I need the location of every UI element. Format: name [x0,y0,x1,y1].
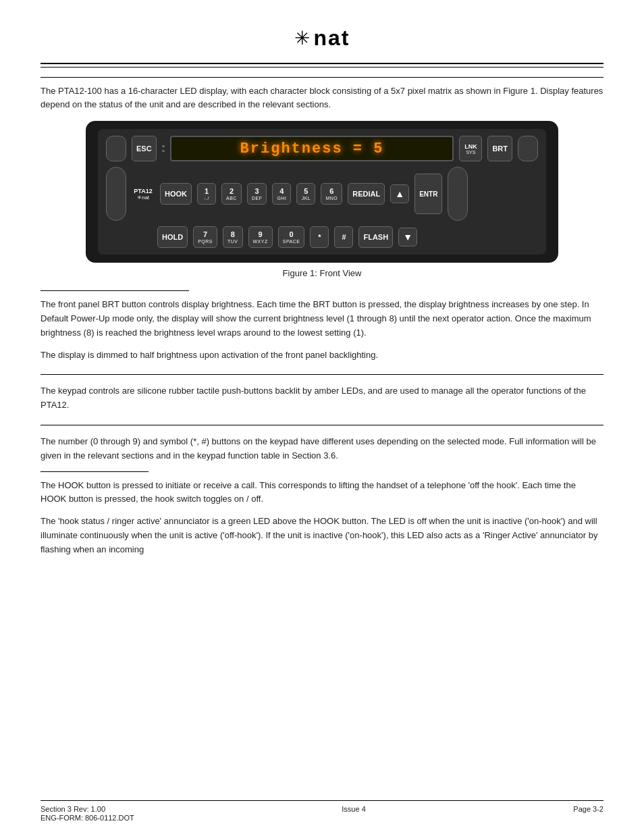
key-1[interactable]: 1 -./ [197,183,216,205]
section2-paragraph: The keypad controls are silicone rubber … [41,384,603,413]
footer-section: Section 3 Rev: 1.00 [41,805,134,813]
section3-divider [41,425,603,425]
section3-paragraph: The number (0 through 9) and symbol (*, … [41,435,603,463]
lnk-label: LNK [464,143,477,150]
section4-paragraph2: The 'hook status / ringer active' annunc… [41,515,603,556]
pta12-text: PTA12 [134,188,152,194]
arrow-down-button[interactable]: ▼ [398,228,417,246]
brt-label: BRT [492,145,508,153]
sys-label: SYS [466,150,475,155]
right-round-button-top[interactable] [518,136,538,161]
hook-button[interactable]: HOOK [160,183,192,205]
footer-page: Page 3-2 [573,805,603,822]
entr-button[interactable]: ENTR [414,174,442,214]
intro-paragraph: The PTA12-100 has a 16-character LED dis… [41,84,603,111]
figure-caption: Figure 1: Front View [41,268,603,278]
logo: ✳ nat [294,26,350,51]
logo-icon: ✳ [294,27,310,49]
arrow-down-icon: ▼ [403,232,412,242]
key-0[interactable]: 0 SPACE [278,226,305,248]
esc-button[interactable]: ESC [132,136,157,161]
key-9[interactable]: 9 WXYZ [248,226,273,248]
section1-divider [41,290,189,291]
esc-label: ESC [136,145,152,153]
footer-form: ENG-FORM: 806-0112.DOT [41,814,134,822]
header-divider-bottom [41,67,603,68]
footer-left: Section 3 Rev: 1.00 ENG-FORM: 806-0112.D… [41,805,134,822]
key-hash[interactable]: # [334,226,353,248]
pta12-label: PTA12 ✳nat [132,188,155,201]
key-star[interactable]: * [310,226,329,248]
header-divider-top [41,63,603,64]
key-6[interactable]: 6 MNO [321,183,342,205]
section1-paragraph1: The front panel BRT button controls disp… [41,298,603,340]
section-top-divider [41,77,603,78]
arrow-up-button[interactable]: ▲ [390,184,409,203]
left-round-button-tall[interactable] [106,167,126,221]
section2-divider [41,374,603,375]
key-2[interactable]: 2 ABC [221,183,242,205]
hold-button[interactable]: HOLD [157,226,188,248]
key-7[interactable]: 7 PQRS [193,226,217,248]
led-display: Brightness = 5 [170,136,454,161]
logo-text: nat [314,26,350,51]
footer-issue: Issue 4 [342,805,365,822]
device-diagram: ESC Brightness = 5 LNK SYS BRT [86,121,558,263]
header: ✳ nat [41,14,603,57]
key-4[interactable]: 4 GHI [272,183,291,205]
footer: Section 3 Rev: 1.00 ENG-FORM: 806-0112.D… [41,800,603,822]
flash-button[interactable]: FLASH [358,226,393,248]
key-5[interactable]: 5 JKL [296,183,315,205]
entr-label: ENTR [419,190,437,198]
device-inner: ESC Brightness = 5 LNK SYS BRT [98,129,546,255]
lnk-sys-button[interactable]: LNK SYS [459,136,482,161]
section1-paragraph2: The display is dimmed to half brightness… [41,348,603,363]
right-round-button-tall[interactable] [448,167,468,221]
brt-button[interactable]: BRT [487,136,512,161]
section4-divider [41,471,149,472]
arrow-up-icon: ▲ [395,188,404,199]
section4-paragraph1: The HOOK button is pressed to initiate o… [41,479,603,507]
hook-label: HOOK [165,190,187,198]
redial-button[interactable]: REDIAL [348,183,385,205]
left-round-button[interactable] [106,136,126,161]
nat-logo-small: ✳nat [137,194,149,201]
key-8[interactable]: 8 TUV [223,226,243,248]
key-3[interactable]: 3 DEF [247,183,267,205]
